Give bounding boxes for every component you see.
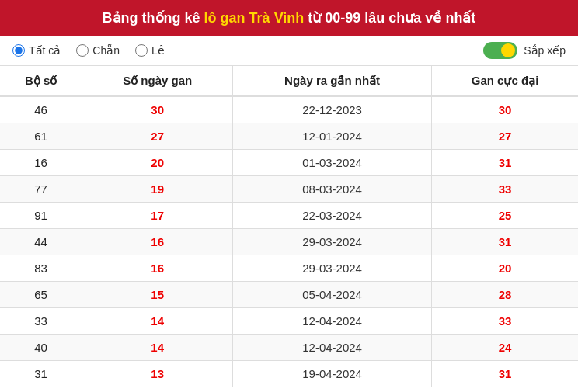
cell-ngay: 19-04-2024 <box>233 361 432 387</box>
cell-gan-max: 28 <box>432 282 578 308</box>
cell-bo-so: 61 <box>0 123 82 150</box>
radio-le[interactable] <box>135 44 148 57</box>
cell-bo-so: 44 <box>0 229 82 255</box>
toggle-label: Sắp xếp <box>524 44 566 57</box>
cell-gan-max: 24 <box>432 335 578 361</box>
cell-gan-max: 30 <box>432 96 578 123</box>
cell-gan-max: 33 <box>432 308 578 335</box>
table-row: 612712-01-202427 <box>0 123 578 150</box>
cell-so-ngay: 15 <box>82 282 233 308</box>
filter-controls: Tất cả Chẵn Lẻ Sắp xếp <box>0 36 578 66</box>
cell-ngay: 12-04-2024 <box>233 335 432 361</box>
table-row: 441629-03-202431 <box>0 229 578 255</box>
cell-ngay: 12-01-2024 <box>233 123 432 150</box>
cell-bo-so: 65 <box>0 282 82 308</box>
cell-so-ngay: 20 <box>82 150 233 176</box>
table-row: 311319-04-202431 <box>0 361 578 387</box>
lo-gan-table: Bộ số Số ngày gan Ngày ra gần nhất Gan c… <box>0 66 578 387</box>
page-header: Bảng thống kê lô gan Trà Vinh từ 00-99 l… <box>0 0 578 36</box>
cell-bo-so: 40 <box>0 335 82 361</box>
table-row: 162001-03-202431 <box>0 150 578 176</box>
filter-le[interactable]: Lẻ <box>135 44 165 57</box>
cell-ngay: 29-03-2024 <box>233 229 432 255</box>
cell-bo-so: 91 <box>0 203 82 229</box>
cell-gan-max: 25 <box>432 203 578 229</box>
table-row: 401412-04-202424 <box>0 335 578 361</box>
cell-bo-so: 46 <box>0 96 82 123</box>
table-row: 463022-12-202330 <box>0 96 578 123</box>
radio-chan-label: Chẵn <box>92 44 120 57</box>
cell-bo-so: 33 <box>0 308 82 335</box>
table-row: 831629-03-202420 <box>0 255 578 282</box>
col-so-ngay: Số ngày gan <box>82 66 233 96</box>
cell-so-ngay: 13 <box>82 361 233 387</box>
cell-so-ngay: 14 <box>82 308 233 335</box>
cell-ngay: 12-04-2024 <box>233 308 432 335</box>
col-gan-max: Gan cực đại <box>432 66 578 96</box>
table-row: 771908-03-202433 <box>0 176 578 203</box>
cell-bo-so: 83 <box>0 255 82 282</box>
cell-ngay: 01-03-2024 <box>233 150 432 176</box>
cell-bo-so: 31 <box>0 361 82 387</box>
header-title-plain: Bảng thống kê <box>103 10 204 26</box>
table-row: 331412-04-202433 <box>0 308 578 335</box>
col-bo-so: Bộ số <box>0 66 82 96</box>
cell-so-ngay: 14 <box>82 335 233 361</box>
cell-ngay: 29-03-2024 <box>233 255 432 282</box>
cell-ngay: 22-03-2024 <box>233 203 432 229</box>
cell-so-ngay: 19 <box>82 176 233 203</box>
header-title-suffix: từ 00-99 lâu chưa về nhất <box>304 10 475 26</box>
radio-tat-ca[interactable] <box>12 44 25 57</box>
header-title-highlight: lô gan Trà Vinh <box>204 10 305 26</box>
cell-bo-so: 77 <box>0 176 82 203</box>
cell-so-ngay: 17 <box>82 203 233 229</box>
cell-ngay: 08-03-2024 <box>233 176 432 203</box>
cell-so-ngay: 30 <box>82 96 233 123</box>
cell-so-ngay: 16 <box>82 229 233 255</box>
cell-gan-max: 20 <box>432 255 578 282</box>
radio-chan[interactable] <box>76 44 89 57</box>
radio-le-label: Lẻ <box>151 44 165 57</box>
filter-chan[interactable]: Chẵn <box>76 44 120 57</box>
cell-bo-so: 16 <box>0 150 82 176</box>
table-row: 911722-03-202425 <box>0 203 578 229</box>
cell-gan-max: 31 <box>432 150 578 176</box>
sap-xep-toggle[interactable] <box>483 42 517 59</box>
toggle-container[interactable]: Sắp xếp <box>483 42 566 59</box>
cell-gan-max: 31 <box>432 361 578 387</box>
table-header-row: Bộ số Số ngày gan Ngày ra gần nhất Gan c… <box>0 66 578 96</box>
filter-tat-ca[interactable]: Tất cả <box>12 44 61 57</box>
cell-gan-max: 27 <box>432 123 578 150</box>
table-row: 651505-04-202428 <box>0 282 578 308</box>
radio-tat-ca-label: Tất cả <box>29 44 61 57</box>
cell-so-ngay: 16 <box>82 255 233 282</box>
cell-gan-max: 31 <box>432 229 578 255</box>
cell-so-ngay: 27 <box>82 123 233 150</box>
cell-gan-max: 33 <box>432 176 578 203</box>
cell-ngay: 22-12-2023 <box>233 96 432 123</box>
radio-group: Tất cả Chẵn Lẻ <box>12 44 483 57</box>
col-ngay: Ngày ra gần nhất <box>233 66 432 96</box>
cell-ngay: 05-04-2024 <box>233 282 432 308</box>
